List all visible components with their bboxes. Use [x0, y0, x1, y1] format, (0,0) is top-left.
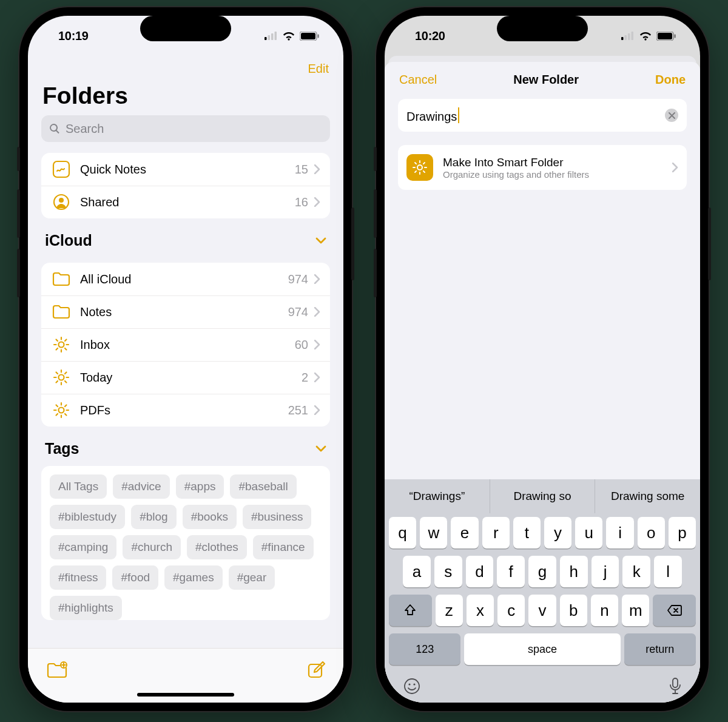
- svg-rect-2: [271, 33, 274, 40]
- tag-chip[interactable]: All Tags: [50, 474, 107, 499]
- gear-icon: [51, 400, 72, 420]
- tag-chip[interactable]: #fitness: [50, 565, 106, 590]
- predict-cell[interactable]: Drawing some: [595, 479, 700, 513]
- cancel-button[interactable]: Cancel: [399, 73, 437, 87]
- key-n[interactable]: n: [591, 595, 618, 626]
- new-folder-button[interactable]: [46, 661, 68, 679]
- svg-point-25: [408, 683, 410, 685]
- key-q[interactable]: q: [389, 517, 416, 548]
- tag-chip[interactable]: #business: [243, 505, 312, 529]
- predict-cell[interactable]: “Drawings”: [385, 479, 490, 513]
- key-o[interactable]: o: [638, 517, 665, 548]
- dynamic-island: [497, 16, 588, 41]
- row-label: PDFs: [80, 403, 288, 417]
- clear-input-button[interactable]: [665, 109, 678, 122]
- svg-rect-27: [673, 678, 678, 687]
- key-d[interactable]: d: [466, 556, 494, 587]
- gear-icon: [412, 160, 428, 175]
- key-t[interactable]: t: [513, 517, 541, 548]
- return-key[interactable]: return: [624, 633, 696, 665]
- key-e[interactable]: e: [451, 517, 478, 548]
- smart-folder-title: Make Into Smart Folder: [443, 156, 672, 169]
- home-indicator[interactable]: [137, 693, 234, 697]
- key-f[interactable]: f: [497, 556, 525, 587]
- row-count: 974: [288, 305, 308, 319]
- row-pdfs[interactable]: PDFs251: [41, 394, 330, 427]
- dynamic-island: [140, 16, 231, 41]
- tag-chip[interactable]: #advice: [113, 474, 170, 499]
- tag-chip[interactable]: #blog: [131, 505, 177, 529]
- key-u[interactable]: u: [575, 517, 602, 548]
- key-i[interactable]: i: [606, 517, 633, 548]
- done-button[interactable]: Done: [655, 73, 686, 87]
- svg-rect-5: [301, 33, 315, 39]
- predict-cell[interactable]: Drawing so: [490, 479, 595, 513]
- shared-icon: [52, 193, 70, 211]
- key-h[interactable]: h: [560, 556, 588, 587]
- row-today[interactable]: Today2: [41, 361, 330, 394]
- tag-chip[interactable]: #food: [112, 565, 158, 590]
- key-p[interactable]: p: [669, 517, 696, 548]
- key-m[interactable]: m: [622, 595, 649, 626]
- svg-rect-6: [318, 34, 319, 38]
- tags-cloud: All Tags#advice#apps#baseball#biblestudy…: [41, 466, 330, 620]
- key-y[interactable]: y: [544, 517, 571, 548]
- key-b[interactable]: b: [560, 595, 587, 626]
- tag-chip[interactable]: #books: [183, 505, 237, 529]
- tag-chip[interactable]: #clothes: [187, 535, 247, 559]
- key-k[interactable]: k: [622, 556, 650, 587]
- edit-button[interactable]: Edit: [308, 62, 329, 76]
- make-smart-folder-row[interactable]: Make Into Smart Folder Organize using ta…: [398, 145, 687, 190]
- key-j[interactable]: j: [592, 556, 619, 587]
- quick-notes-icon: [52, 160, 70, 178]
- row-inbox[interactable]: Inbox60: [41, 328, 330, 361]
- key-l[interactable]: l: [654, 556, 682, 587]
- svg-rect-18: [628, 33, 630, 40]
- shift-icon: [403, 604, 417, 617]
- tag-chip[interactable]: #camping: [50, 535, 116, 559]
- space-key[interactable]: space: [464, 633, 620, 665]
- tag-chip[interactable]: #gear: [229, 565, 275, 590]
- key-s[interactable]: s: [434, 556, 462, 587]
- battery-icon: [656, 32, 676, 41]
- chevron-right-icon: [314, 164, 320, 174]
- tag-chip[interactable]: #games: [164, 565, 223, 590]
- shift-key[interactable]: [389, 595, 432, 626]
- tag-chip[interactable]: #biblestudy: [50, 505, 125, 529]
- row-quick-notes[interactable]: Quick Notes 15: [41, 153, 330, 186]
- row-count: 2: [302, 371, 308, 385]
- key-a[interactable]: a: [403, 556, 431, 587]
- row-shared[interactable]: Shared 16: [41, 186, 330, 218]
- tag-chip[interactable]: #highlights: [50, 596, 122, 620]
- key-g[interactable]: g: [528, 556, 556, 587]
- key-z[interactable]: z: [436, 595, 463, 626]
- phone-left: 10:19 Edit Folders Search Quick Notes 15: [19, 7, 352, 711]
- section-header-icloud[interactable]: iCloud: [28, 218, 343, 252]
- key-w[interactable]: w: [420, 517, 447, 548]
- row-notes[interactable]: Notes974: [41, 295, 330, 328]
- chevron-down-icon: [315, 445, 326, 453]
- tag-chip[interactable]: #apps: [176, 474, 224, 499]
- key-r[interactable]: r: [482, 517, 510, 548]
- emoji-key[interactable]: [403, 677, 421, 695]
- dictation-key[interactable]: [669, 677, 682, 695]
- backspace-key[interactable]: [653, 595, 696, 626]
- key-x[interactable]: x: [467, 595, 494, 626]
- svg-point-9: [59, 198, 64, 203]
- sheet-title: New Folder: [513, 73, 579, 87]
- phone-right: 10:20 Cancel New Folder Done Drawings: [376, 7, 709, 711]
- tag-chip[interactable]: #church: [123, 535, 181, 559]
- key-v[interactable]: v: [528, 595, 556, 626]
- key-c[interactable]: c: [497, 595, 525, 626]
- tag-chip[interactable]: #finance: [253, 535, 314, 559]
- svg-point-10: [59, 342, 64, 348]
- numbers-key[interactable]: 123: [389, 633, 460, 665]
- search-field[interactable]: Search: [41, 115, 330, 142]
- row-all-icloud[interactable]: All iCloud974: [41, 263, 330, 295]
- tag-chip[interactable]: #baseball: [230, 474, 296, 499]
- folder-name-field[interactable]: Drawings: [398, 99, 687, 132]
- svg-rect-19: [632, 32, 634, 40]
- section-header-tags[interactable]: Tags: [28, 427, 343, 460]
- compose-button[interactable]: [307, 661, 325, 679]
- folder-name-value: Drawings: [406, 110, 457, 123]
